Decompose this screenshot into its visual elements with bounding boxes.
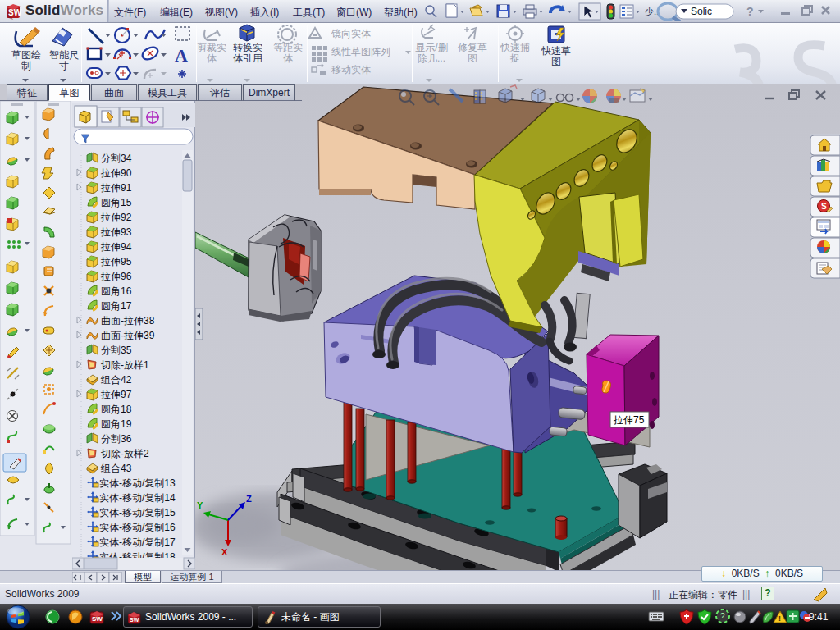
svg-text:拉伸97: 拉伸97 bbox=[100, 389, 132, 400]
svg-text:分割35: 分割35 bbox=[101, 345, 132, 356]
svg-text:SW: SW bbox=[92, 615, 103, 623]
svg-text:组合43: 组合43 bbox=[100, 463, 132, 474]
svg-text:拉伸90: 拉伸90 bbox=[100, 167, 132, 179]
svg-text:曲面-拉伸39: 曲面-拉伸39 bbox=[101, 330, 155, 341]
svg-text:Y: Y bbox=[197, 500, 203, 510]
svg-text:分割34: 分割34 bbox=[101, 153, 132, 164]
svg-text:实体-移动/复制15: 实体-移动/复制15 bbox=[99, 507, 176, 518]
svg-text:组合42: 组合42 bbox=[100, 374, 132, 386]
svg-text:SW: SW bbox=[130, 617, 139, 623]
svg-text:拉伸95: 拉伸95 bbox=[100, 256, 132, 267]
svg-text:曲面-拉伸38: 曲面-拉伸38 bbox=[101, 315, 155, 326]
svg-text:Solic: Solic bbox=[691, 6, 712, 17]
svg-text:圆角19: 圆角19 bbox=[101, 418, 132, 430]
svg-text:实体-移动/复制17: 实体-移动/复制17 bbox=[99, 536, 176, 548]
svg-text:实体-移动/复制13: 实体-移动/复制13 bbox=[99, 477, 176, 489]
svg-text:圆角16: 圆角16 bbox=[101, 285, 132, 297]
svg-text:实体-移动/复制16: 实体-移动/复制16 bbox=[99, 522, 176, 533]
svg-text:拉伸94: 拉伸94 bbox=[100, 241, 132, 253]
svg-text:!: ! bbox=[778, 614, 781, 623]
svg-text:拉伸91: 拉伸91 bbox=[100, 182, 132, 194]
svg-text:切除-放样2: 切除-放样2 bbox=[100, 448, 149, 459]
svg-text:?: ? bbox=[746, 5, 754, 18]
svg-text:分割36: 分割36 bbox=[101, 433, 132, 445]
svg-text:?: ? bbox=[720, 612, 725, 621]
svg-text:拉伸93: 拉伸93 bbox=[100, 226, 132, 238]
svg-text:切除-放样1: 切除-放样1 bbox=[100, 359, 149, 371]
svg-text:Z: Z bbox=[246, 494, 252, 504]
svg-text:SW: SW bbox=[8, 8, 22, 17]
svg-text:A: A bbox=[175, 45, 188, 66]
svg-text:圆角18: 圆角18 bbox=[101, 404, 132, 415]
svg-text:拉伸96: 拉伸96 bbox=[100, 271, 132, 282]
svg-text:X: X bbox=[221, 547, 228, 557]
svg-text:圆角17: 圆角17 bbox=[101, 300, 132, 312]
svg-text:实体-移动/复制14: 实体-移动/复制14 bbox=[99, 492, 176, 504]
svg-text:圆角15: 圆角15 bbox=[101, 197, 132, 208]
svg-text:拉伸75: 拉伸75 bbox=[613, 414, 645, 426]
svg-text:拉伸92: 拉伸92 bbox=[100, 212, 132, 223]
svg-text:S: S bbox=[821, 202, 827, 211]
